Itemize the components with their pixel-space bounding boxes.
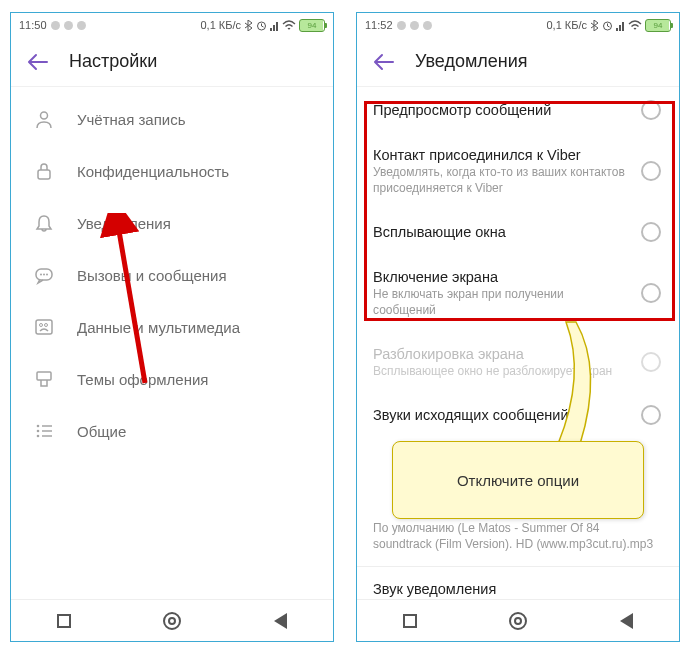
settings-item-label: Общие: [77, 423, 126, 440]
svg-point-9: [46, 274, 48, 276]
radio-toggle: [641, 352, 661, 372]
nav-back-icon[interactable]: [620, 613, 633, 629]
notif-subtitle: Всплывающее окно не разблокирует экран: [373, 364, 629, 380]
nav-bar: [357, 599, 679, 641]
status-time: 11:52: [365, 19, 393, 31]
svg-rect-5: [38, 170, 50, 179]
notif-title: Предпросмотр сообщений: [373, 101, 629, 119]
user-icon: [33, 108, 55, 130]
phone-settings: 11:50 0,1 КБ/с 94 Настройки Учётная запи…: [10, 12, 334, 642]
bluetooth-icon: [244, 20, 253, 31]
svg-point-15: [37, 430, 40, 433]
phone-notifications: 11:52 0,1 КБ/с 94 Уведомления Предпросмо…: [356, 12, 680, 642]
settings-item-general[interactable]: Общие: [11, 405, 333, 457]
svg-rect-2: [273, 25, 275, 31]
status-bar: 11:52 0,1 КБ/с 94: [357, 13, 679, 37]
bluetooth-icon: [590, 20, 599, 31]
notif-item-popups[interactable]: Всплывающие окна: [357, 209, 679, 255]
svg-point-14: [37, 425, 40, 428]
notif-item-ringtone[interactable]: По умолчанию (Le Matos - Summer Of 84 so…: [357, 520, 679, 565]
nav-recent-icon[interactable]: [403, 614, 417, 628]
callout-text: Отключите опции: [457, 472, 579, 489]
back-arrow-icon[interactable]: [373, 53, 395, 71]
signal-icon: [270, 20, 279, 31]
settings-item-calls[interactable]: Вызовы и сообщения: [11, 249, 333, 301]
wifi-icon: [628, 20, 642, 31]
settings-item-media[interactable]: Данные и мультимедиа: [11, 301, 333, 353]
nav-recent-icon[interactable]: [57, 614, 71, 628]
settings-item-notifications[interactable]: Уведомления: [11, 197, 333, 249]
chat-icon: [33, 264, 55, 286]
svg-point-8: [43, 274, 45, 276]
header: Уведомления: [357, 37, 679, 87]
svg-rect-3: [276, 22, 278, 31]
wifi-icon: [282, 20, 296, 31]
svg-point-7: [40, 274, 42, 276]
status-time: 11:50: [19, 19, 47, 31]
settings-item-account[interactable]: Учётная запись: [11, 93, 333, 145]
svg-rect-23: [622, 22, 624, 31]
nav-home-icon[interactable]: [509, 612, 527, 630]
page-title: Настройки: [69, 51, 157, 72]
notif-item-preview[interactable]: Предпросмотр сообщений: [357, 87, 679, 133]
notif-title: Звук уведомления: [373, 580, 661, 598]
settings-item-themes[interactable]: Темы оформления: [11, 353, 333, 405]
nav-home-icon[interactable]: [163, 612, 181, 630]
radio-toggle[interactable]: [641, 283, 661, 303]
nav-back-icon[interactable]: [274, 613, 287, 629]
settings-item-label: Конфиденциальность: [77, 163, 229, 180]
gear-icon: [64, 21, 73, 30]
settings-item-label: Вызовы и сообщения: [77, 267, 227, 284]
notif-title: Включение экрана: [373, 268, 629, 286]
battery-icon: 94: [645, 19, 671, 32]
brush-icon: [33, 368, 55, 390]
back-arrow-icon[interactable]: [27, 53, 49, 71]
svg-rect-13: [37, 372, 51, 380]
notif-item-outgoing-sounds[interactable]: Звуки исходящих сообщений: [357, 392, 679, 438]
settings-item-label: Данные и мультимедиа: [77, 319, 240, 336]
nav-bar: [11, 599, 333, 641]
svg-point-16: [37, 435, 40, 438]
gear-icon: [77, 21, 86, 30]
gear-icon: [410, 21, 419, 30]
status-data: 0,1 КБ/с: [200, 19, 241, 31]
annotation-callout: Отключите опции: [392, 441, 644, 519]
svg-rect-10: [36, 320, 52, 334]
settings-item-label: Темы оформления: [77, 371, 208, 388]
settings-item-label: Учётная запись: [77, 111, 186, 128]
svg-point-11: [40, 324, 43, 327]
page-title: Уведомления: [415, 51, 528, 72]
notif-title: Разблокировка экрана: [373, 345, 629, 363]
gear-icon: [51, 21, 60, 30]
bell-icon: [33, 212, 55, 234]
notif-item-contact-joined[interactable]: Контакт присоединился к Viber Уведомлять…: [357, 133, 679, 209]
radio-toggle[interactable]: [641, 222, 661, 242]
radio-toggle[interactable]: [641, 405, 661, 425]
notif-item-unlock: Разблокировка экрана Всплывающее окно не…: [357, 332, 679, 393]
notifications-list: Предпросмотр сообщений Контакт присоедин…: [357, 87, 679, 611]
svg-rect-22: [619, 25, 621, 31]
gear-icon: [423, 21, 432, 30]
notif-subtitle: Уведомлять, когда кто-то из ваших контак…: [373, 165, 629, 196]
notif-subtitle: По умолчанию (Le Matos - Summer Of 84 so…: [373, 521, 661, 552]
settings-item-privacy[interactable]: Конфиденциальность: [11, 145, 333, 197]
radio-toggle[interactable]: [641, 161, 661, 181]
list-icon: [33, 420, 55, 442]
lock-icon: [33, 160, 55, 182]
notif-title: Звуки исходящих сообщений: [373, 406, 629, 424]
image-icon: [33, 316, 55, 338]
header: Настройки: [11, 37, 333, 87]
settings-item-label: Уведомления: [77, 215, 171, 232]
status-bar: 11:50 0,1 КБ/с 94: [11, 13, 333, 37]
status-data: 0,1 КБ/с: [546, 19, 587, 31]
radio-toggle[interactable]: [641, 100, 661, 120]
notif-title: Контакт присоединился к Viber: [373, 146, 629, 164]
svg-point-4: [41, 112, 48, 119]
notif-title: Всплывающие окна: [373, 223, 629, 241]
svg-rect-21: [616, 28, 618, 31]
svg-rect-1: [270, 28, 272, 31]
alarm-icon: [602, 20, 613, 31]
notif-item-screen-on[interactable]: Включение экрана Не включать экран при п…: [357, 255, 679, 331]
settings-list: Учётная запись Конфиденциальность Уведом…: [11, 87, 333, 463]
signal-icon: [616, 20, 625, 31]
